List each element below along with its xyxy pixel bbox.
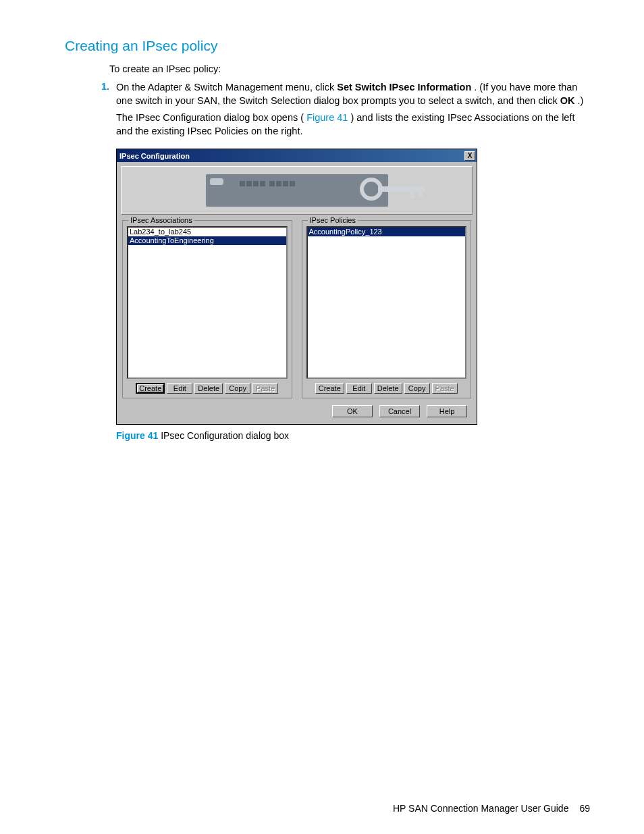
svg-rect-2	[410, 192, 414, 199]
edit-button[interactable]: Edit	[167, 383, 192, 394]
delete-button[interactable]: Delete	[194, 383, 223, 394]
cancel-button[interactable]: Cancel	[379, 405, 420, 417]
step-body-continued: The IPsec Configuration dialog box opens…	[116, 111, 590, 138]
dialog-title: IPsec Configuration	[119, 152, 190, 160]
copy-button[interactable]: Copy	[404, 383, 430, 394]
bold-text: Set Switch IPsec Information	[337, 82, 471, 93]
dialog-titlebar: IPsec Configuration X	[117, 149, 477, 162]
close-icon: X	[468, 152, 473, 159]
key-icon	[358, 174, 439, 204]
banner-image	[121, 166, 473, 215]
caption-text: IPsec Configuration dialog box	[161, 430, 289, 441]
create-button[interactable]: Create	[136, 383, 165, 394]
svg-rect-1	[378, 186, 425, 192]
create-button[interactable]: Create	[315, 383, 344, 394]
section-heading: Creating an IPsec policy	[65, 38, 590, 54]
copy-button[interactable]: Copy	[225, 383, 250, 394]
paste-button[interactable]: Paste	[432, 383, 458, 394]
footer-title: HP SAN Connection Manager User Guide	[393, 803, 568, 814]
associations-listbox[interactable]: Lab234_to_lab245 AccountingToEngineering	[127, 226, 288, 379]
policies-fieldset: IPsec Policies AccountingPolicy_123 Crea…	[302, 220, 472, 398]
page-footer: HP SAN Connection Manager User Guide 69	[393, 803, 590, 814]
edit-button[interactable]: Edit	[346, 383, 372, 394]
policies-listbox[interactable]: AccountingPolicy_123	[306, 226, 467, 379]
text: .)	[577, 95, 583, 106]
caption-label: Figure 41	[116, 430, 158, 441]
bold-text: OK	[560, 95, 575, 106]
text: On the Adapter & Switch Management menu,…	[116, 82, 337, 93]
svg-point-0	[362, 180, 381, 199]
step-body: On the Adapter & Switch Management menu,…	[116, 81, 590, 107]
list-item[interactable]: AccountingToEngineering	[128, 236, 286, 245]
help-button[interactable]: Help	[427, 405, 467, 417]
policies-legend: IPsec Policies	[308, 216, 358, 224]
close-button[interactable]: X	[464, 151, 475, 161]
list-item[interactable]: AccountingPolicy_123	[308, 228, 466, 236]
figure: IPsec Configuration X	[116, 149, 590, 425]
step-number: 1.	[97, 81, 109, 107]
svg-rect-3	[419, 192, 423, 197]
associations-fieldset: IPsec Associations Lab234_to_lab245 Acco…	[122, 220, 292, 398]
intro-text: To create an IPsec policy:	[109, 63, 590, 74]
switch-graphic	[206, 174, 388, 207]
delete-button[interactable]: Delete	[374, 383, 402, 394]
ok-button[interactable]: OK	[332, 405, 373, 417]
figure-reference-link[interactable]: Figure 41	[306, 112, 348, 123]
ipsec-config-dialog: IPsec Configuration X	[116, 149, 477, 425]
text: The IPsec Configuration dialog box opens…	[116, 112, 304, 123]
associations-legend: IPsec Associations	[128, 216, 194, 224]
figure-caption: Figure 41 IPsec Configuration dialog box	[116, 430, 590, 441]
paste-button[interactable]: Paste	[252, 383, 278, 394]
page-number: 69	[579, 803, 590, 814]
list-item[interactable]: Lab234_to_lab245	[128, 228, 286, 236]
